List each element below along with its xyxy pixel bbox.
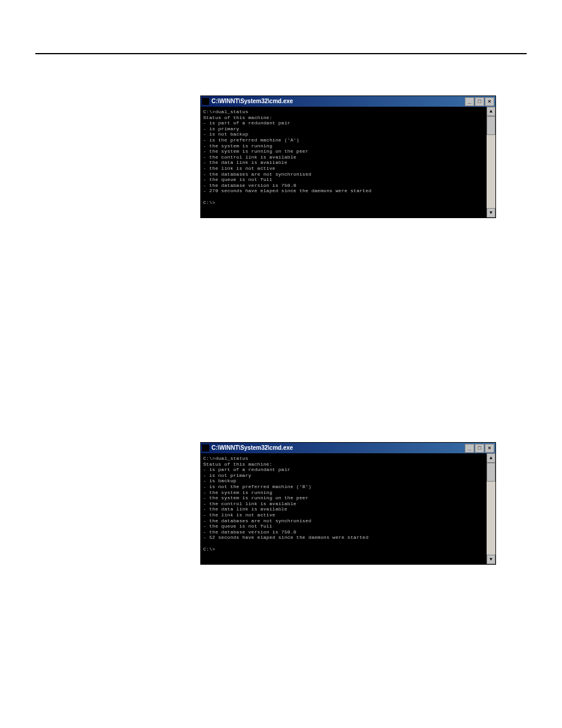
status-line: - the database version is 750.0 bbox=[203, 529, 296, 535]
status-line: - the queue is not full bbox=[203, 523, 272, 529]
terminal-output[interactable]: C:\>dual_status Status of this machine: … bbox=[201, 453, 487, 564]
cmd-window-a: C:\WINNT\System32\cmd.exe _ □ × C:\>dual… bbox=[200, 95, 496, 218]
scrollbar[interactable]: ▲ ▼ bbox=[487, 453, 495, 564]
status-line: - the system is running on the peer bbox=[203, 495, 309, 500]
scroll-down-icon[interactable]: ▼ bbox=[487, 555, 495, 564]
prompt-line: C:\> bbox=[203, 200, 215, 205]
status-line: - the databases are not synchronised bbox=[203, 172, 312, 177]
status-line: - is part of a redundant pair bbox=[203, 120, 290, 126]
status-line: - is primary bbox=[203, 126, 239, 131]
status-line: - 270 seconds have elaped since the daem… bbox=[203, 188, 372, 193]
titlebar: C:\WINNT\System32\cmd.exe _ □ × bbox=[201, 443, 495, 453]
status-line: - the control link is available bbox=[203, 154, 296, 160]
status-line: - is not primary bbox=[203, 473, 252, 478]
scroll-track[interactable] bbox=[487, 463, 495, 555]
status-line: - the system is running bbox=[203, 490, 272, 495]
status-header: Status of this machine: bbox=[203, 462, 272, 467]
titlebar-left: C:\WINNT\System32\cmd.exe bbox=[202, 444, 293, 452]
status-line: - the link is not active bbox=[203, 166, 275, 171]
status-line: - is not the preferred machine ('B') bbox=[203, 484, 312, 489]
scrollbar[interactable]: ▲ ▼ bbox=[487, 107, 495, 218]
status-line: - is not backup bbox=[203, 131, 249, 137]
status-line: - the link is not active bbox=[203, 512, 275, 518]
prompt-line: C:\> bbox=[203, 546, 215, 552]
status-line: - the data link is available bbox=[203, 160, 287, 165]
vertical-gap bbox=[35, 218, 527, 442]
window-title: C:\WINNT\System32\cmd.exe bbox=[211, 98, 293, 105]
status-line: - is the preferred machine ('A') bbox=[203, 137, 299, 143]
scroll-up-icon[interactable]: ▲ bbox=[487, 453, 495, 463]
horizontal-rule bbox=[35, 53, 527, 54]
maximize-button[interactable]: □ bbox=[475, 97, 484, 106]
content-wrap: C:\>dual_status Status of this machine: … bbox=[201, 107, 495, 218]
status-line: - the database version is 750.0 bbox=[203, 183, 296, 188]
window-title: C:\WINNT\System32\cmd.exe bbox=[211, 444, 293, 452]
terminal-output[interactable]: C:\>dual_status Status of this machine: … bbox=[201, 107, 487, 218]
status-line: - is backup bbox=[203, 478, 236, 483]
status-header: Status of this machine: bbox=[203, 115, 272, 120]
scroll-up-icon[interactable]: ▲ bbox=[487, 107, 495, 116]
status-line: - the databases are not synchronised bbox=[203, 518, 312, 523]
scroll-down-icon[interactable]: ▼ bbox=[487, 208, 495, 218]
window-buttons: _ □ × bbox=[465, 444, 494, 453]
scroll-thumb[interactable] bbox=[487, 116, 495, 135]
status-line: - the data link is available bbox=[203, 506, 287, 512]
status-line: - is part of a redundant pair bbox=[203, 467, 290, 472]
window-buttons: _ □ × bbox=[465, 97, 494, 106]
document-page: C:\WINNT\System32\cmd.exe _ □ × C:\>dual… bbox=[0, 0, 562, 588]
cmd-icon bbox=[202, 444, 209, 452]
status-line: - 52 seconds have elaped since the daemo… bbox=[203, 535, 369, 540]
status-line: - the control link is available bbox=[203, 501, 296, 506]
status-line: - the queue is not full bbox=[203, 177, 272, 182]
minimize-button[interactable]: _ bbox=[465, 444, 474, 453]
cmd-icon bbox=[202, 98, 209, 105]
minimize-button[interactable]: _ bbox=[465, 97, 474, 106]
status-line: - the system is running on the peer bbox=[203, 149, 309, 154]
maximize-button[interactable]: □ bbox=[475, 444, 484, 453]
prompt-line: C:\>dual_status bbox=[203, 109, 249, 114]
close-button[interactable]: × bbox=[485, 444, 494, 453]
status-line: - the system is running bbox=[203, 143, 272, 149]
content-wrap: C:\>dual_status Status of this machine: … bbox=[201, 453, 495, 564]
scroll-track[interactable] bbox=[487, 116, 495, 208]
cmd-window-b: C:\WINNT\System32\cmd.exe _ □ × C:\>dual… bbox=[200, 442, 496, 565]
scroll-thumb[interactable] bbox=[487, 463, 495, 482]
prompt-line: C:\>dual_status bbox=[203, 456, 249, 461]
titlebar: C:\WINNT\System32\cmd.exe _ □ × bbox=[201, 96, 495, 107]
close-button[interactable]: × bbox=[485, 97, 494, 106]
titlebar-left: C:\WINNT\System32\cmd.exe bbox=[202, 98, 293, 105]
